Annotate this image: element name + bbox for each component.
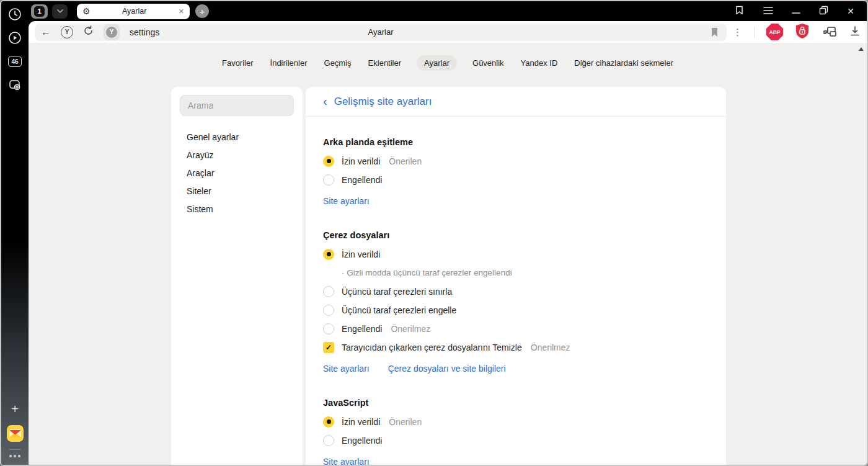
adblock-plus-icon[interactable]: ABP [766,24,783,40]
sidebar-item-araclar[interactable]: Araçlar [187,168,294,179]
browser-main-column: 1 ⚙ Ayarlar ✕ + [29,1,867,465]
settings-gear-icon: ⚙ [82,7,91,16]
left-rail: 46 + [1,1,29,465]
tab-close-icon[interactable]: ✕ [179,7,184,16]
more-options-icon[interactable] [9,455,20,457]
tab-counter-button[interactable]: 1 [31,4,48,19]
url-text[interactable]: settings [130,27,159,37]
rail-divider [9,449,21,450]
cookies-incognito-note: · Gizli modda üçüncü taraf çerezler enge… [342,267,709,279]
favicon-letter: Y [106,27,117,38]
history-clock-icon[interactable] [7,6,23,22]
scrollbar-up-arrow[interactable] [859,47,864,51]
option-label: Üçüncü taraf çerezleri engelle [342,305,456,315]
sidebar-item-genel-ayarlar[interactable]: Genel ayarlar [187,132,294,143]
option-label: Engellendi [342,324,382,334]
option-badge: Önerilmez [391,324,430,334]
option-label: Üçüncü taraf çerezleri sınırla [342,287,452,297]
radio-selected[interactable] [323,156,334,167]
radio-selected[interactable] [323,416,334,428]
menu-hamburger-icon[interactable] [763,6,773,17]
toolbar-divider [754,26,755,38]
tab-list-chevron-icon[interactable] [52,4,68,19]
restore-window-icon[interactable] [819,6,828,17]
password-key-icon[interactable] [822,24,838,41]
section-links: Site ayarları [323,196,709,206]
nav-tab-gecmis[interactable]: Geçmiş [323,55,353,71]
kebab-menu-icon[interactable]: ⋮ [733,27,742,38]
nav-tab-favoriler[interactable]: Favoriler [221,55,255,71]
option-row: Engellendi Önerilmez [323,323,709,334]
site-settings-link[interactable]: Site ayarları [323,364,370,374]
radio-unselected[interactable] [323,286,334,297]
section-title: Çerez dosyaları [323,230,709,240]
checkbox-checked[interactable]: ✓ [323,342,334,353]
close-window-icon[interactable]: ✕ [847,6,854,16]
option-row: Engellendi [323,174,709,186]
option-row: ✓ Tarayıcıdan çıkarken çerez dosyalarını… [323,341,709,353]
back-chevron-icon[interactable]: ‹ [323,95,327,107]
toolbar: ← Y Y settings Ayarlar ⋮ ABP [29,21,867,43]
option-label: İzin verildi [342,417,380,427]
tab-count: 1 [34,6,45,17]
radio-unselected[interactable] [323,305,334,316]
settings-sidebar-card: Genel ayarlar Arayüz Araçlar Siteler Sis… [171,87,303,465]
minimize-icon[interactable] [792,6,800,17]
settings-main-card: ‹ Gelişmiş site ayarları Arka planda eşi… [306,87,726,465]
nav-tab-indirilenler[interactable]: İndirilenler [269,55,309,71]
rail-bottom-group: + [7,402,24,459]
downloads-badge-number: 46 [8,56,22,67]
nav-tab-ayarlar[interactable]: Ayarlar [417,55,457,71]
option-label: Engellendi [342,175,382,185]
active-tab[interactable]: ⚙ Ayarlar ✕ [77,4,190,19]
nav-tab-guvenlik[interactable]: Güvenlik [471,55,505,71]
settings-menu: Genel ayarlar Arayüz Araçlar Siteler Sis… [180,132,294,215]
bookmark-icon[interactable] [710,27,719,40]
settings-page: Favoriler İndirilenler Geçmiş Eklentiler… [29,43,867,465]
radio-unselected[interactable] [323,323,334,334]
yandex-mail-icon[interactable] [7,425,24,442]
radio-unselected[interactable] [323,174,334,186]
sidebar-item-arayuz[interactable]: Arayüz [187,150,294,161]
window-controls: ✕ [734,5,861,18]
section-title: Arka planda eşitleme [323,137,709,147]
option-row: İzin verildi [323,248,709,260]
advanced-site-settings-header[interactable]: ‹ Gelişmiş site ayarları [306,87,726,117]
nav-tab-eklentiler[interactable]: Eklentiler [367,55,402,71]
protect-shield-icon[interactable] [795,23,810,42]
tab-strip: 1 ⚙ Ayarlar ✕ + [29,1,867,21]
yandex-logo-icon[interactable]: Y [61,26,73,38]
option-label: İzin verildi [342,249,380,259]
search-input[interactable] [180,95,294,116]
radio-unselected[interactable] [323,435,334,446]
section-background-sync: Arka planda eşitleme İzin verildi Öneril… [323,137,709,206]
download-icon[interactable] [849,25,861,39]
option-row: İzin verildi Önerilen [323,155,709,167]
address-bar[interactable]: ← Y Y settings Ayarlar [35,24,727,41]
site-settings-link[interactable]: Site ayarları [323,196,370,206]
nav-tab-diger-cihazlar[interactable]: Diğer cihazlardaki sekmeler [573,55,675,71]
back-icon[interactable]: ← [41,27,51,37]
option-badge: Önerilen [389,156,422,166]
option-row: Üçüncü taraf çerezleri sınırla [323,285,709,297]
cookies-and-site-data-link[interactable]: Çerez dosyaları ve site bilgileri [388,364,506,374]
radio-selected[interactable] [323,249,334,260]
refresh-icon[interactable] [83,25,94,38]
downloads-count-badge[interactable]: 46 [7,53,23,69]
nav-tab-yandex-id[interactable]: Yandex ID [520,55,559,71]
sidebar-panel-icon[interactable] [734,5,745,18]
add-panel-icon[interactable]: + [11,402,19,416]
screenshot-icon[interactable] [7,77,23,93]
section-javascript: JavaScript İzin verildi Önerilen Engelle… [323,398,709,465]
checkmark-icon: ✓ [326,343,332,352]
video-play-icon[interactable] [7,30,23,46]
site-settings-link[interactable]: Site ayarları [323,457,370,465]
new-tab-button[interactable]: + [195,4,209,18]
site-favicon: Y [104,24,120,40]
option-badge: Önerilmez [531,343,570,352]
page-section-title: Gelişmiş site ayarları [334,96,432,108]
sidebar-item-sistem[interactable]: Sistem [187,204,294,215]
sidebar-item-siteler[interactable]: Siteler [187,186,294,197]
toolbar-extensions: ⋮ ABP [733,23,861,42]
settings-body: Arka planda eşitleme İzin verildi Öneril… [306,117,726,465]
